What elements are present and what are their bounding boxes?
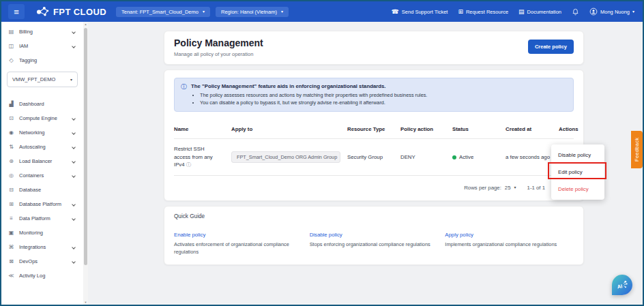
networking-icon: ◉ [8, 129, 14, 136]
chevron-down-icon [72, 159, 76, 164]
alert-bullets: The policy assesses resources and action… [200, 92, 427, 106]
chevron-down-icon: ▾ [514, 185, 516, 189]
top-navbar: ≡ FPT CLOUD Tenant: FPT_Smart_Cloud_Demo… [1, 1, 643, 22]
sidebar-item-activity-log[interactable]: ≪ Activity Log [1, 269, 83, 283]
tag-icon: ◇ [8, 57, 14, 63]
sidebar-item-monitoring[interactable]: ▣ Monitoring [1, 226, 83, 240]
sidebar-item-tagging[interactable]: ◇ Tagging [1, 53, 83, 67]
sidebar-item-autoscaling[interactable]: ⇅ Autoscaling [1, 140, 83, 154]
apply-policy-link[interactable]: Apply policy [445, 232, 473, 238]
send-support-ticket-link[interactable]: ☎ Send Support Ticket [392, 9, 448, 15]
containers-icon: ◎ [8, 172, 14, 179]
chevron-down-icon [72, 145, 76, 149]
activity-log-icon: ≪ [8, 273, 14, 279]
sidebar-item-containers[interactable]: ◎ Containers [1, 168, 83, 183]
disable-policy-link[interactable]: Disable policy [310, 232, 342, 238]
devops-icon: ⊠ [8, 258, 14, 264]
apply-to-cell: FPT_Smart_Cloud_Demo ORG Admin Group [231, 151, 347, 163]
page-subtitle: Manage all policy of your operation [174, 51, 263, 57]
support-headset-icon: ☎ [392, 9, 399, 15]
user-account-menu[interactable]: Mong Nuong ▾ [589, 7, 634, 16]
quick-guide-disable: Disable policy Stops enforcing organizat… [310, 227, 439, 256]
database-icon: ⊟ [8, 187, 14, 193]
sidebar-item-devops[interactable]: ⊠ DevOps [1, 254, 83, 269]
notifications-button[interactable] [572, 8, 579, 16]
table-pagination: Rows per page: 25 ▾ 1-1 of 1 ‹ › [174, 176, 574, 195]
hamburger-menu-button[interactable]: ≡ [8, 4, 25, 19]
chevron-down-icon [72, 202, 76, 206]
chevron-down-icon: ▾ [632, 10, 634, 14]
sidebar-item-networking[interactable]: ◉ Networking [1, 125, 83, 140]
fpt-cloud-logo[interactable]: FPT CLOUD [35, 6, 106, 18]
request-resource-link[interactable]: ⊞ Request Resource [458, 9, 508, 15]
chevron-down-icon [72, 30, 76, 34]
sidebar-item-database[interactable]: ⊟ Database [1, 183, 83, 197]
table-header-row: Name Apply to Resource Type Policy actio… [174, 120, 574, 139]
chevron-down-icon [72, 245, 76, 249]
enable-policy-link[interactable]: Enable policy [174, 232, 205, 238]
page-header-card: Policy Management Manage all policy of y… [164, 31, 584, 65]
monitoring-icon: ▣ [8, 230, 14, 236]
page-title: Policy Management [174, 37, 263, 48]
menu-item-edit-policy[interactable]: Edit policy [551, 164, 604, 181]
documentation-link[interactable]: ▤ Documentation [518, 9, 561, 15]
org-vdc-selector[interactable]: VMW_FPT_DEMO ▾ [7, 72, 78, 87]
sidebar-item-load-balancer[interactable]: ⊛ Load Balancer [1, 154, 83, 168]
policy-name-cell: Restrict SSH access from any IPv4 ⓘ [174, 145, 231, 169]
menu-item-delete-policy[interactable]: Delete policy [551, 181, 604, 198]
sidebar-item-iam[interactable]: ◫ IAM [1, 39, 83, 53]
menu-item-disable-policy[interactable]: Disable policy [551, 147, 604, 164]
chevron-down-icon: ▾ [203, 10, 205, 14]
compute-engine-icon: ⊡ [8, 115, 14, 121]
scroll-down-icon[interactable]: ▼ [83, 301, 88, 304]
load-balancer-icon: ⊛ [8, 158, 14, 164]
user-name: Mong Nuong [600, 9, 630, 15]
ai-molecule-icon: AI [615, 278, 629, 292]
iam-icon: ◫ [8, 43, 14, 49]
rows-per-page-control[interactable]: Rows per page: 25 ▾ [464, 185, 516, 191]
sidebar-scrollbar[interactable]: ▲ ▼ [83, 22, 88, 305]
info-icon[interactable]: ⓘ [186, 162, 192, 168]
info-icon: ⓘ [181, 83, 187, 106]
quick-guide-apply: Apply policy Implements organizational c… [445, 227, 574, 256]
status-badge: Active [459, 154, 473, 160]
sidebar-item-database-platform[interactable]: ⊞ Database Platform [1, 197, 83, 211]
region-selector[interactable]: Region: Hanoi (Vietnam) ▾ [216, 7, 289, 17]
alert-title: The "Policy Management" feature aids in … [191, 83, 427, 89]
svg-text:AI: AI [617, 283, 623, 290]
sidebar-item-data-platform[interactable]: ≡ Data Platform [1, 211, 83, 226]
sidebar-item-integrations[interactable]: ⌘ Integrations [1, 240, 83, 254]
table-row[interactable]: Restrict SSH access from any IPv4 ⓘ FPT_… [174, 139, 574, 176]
row-actions-menu: Disable policy Edit policy Delete policy [551, 144, 604, 200]
autoscaling-icon: ⇅ [8, 144, 14, 150]
sidebar-item-dashboard[interactable]: ▟ Dashboard [1, 97, 83, 111]
user-avatar-icon [589, 7, 598, 16]
chevron-down-icon [72, 260, 76, 264]
feedback-tab[interactable]: Feedback [631, 131, 643, 168]
document-icon: ▤ [518, 9, 525, 15]
fpt-molecule-icon [35, 6, 50, 18]
sidebar-item-billing[interactable]: ▤ Billing [1, 25, 83, 39]
policy-action-cell: DENY [400, 154, 452, 160]
chevron-down-icon [72, 174, 76, 178]
chevron-down-icon: ▾ [70, 78, 72, 82]
quick-guide-title: Quick Guide [174, 213, 574, 219]
topbar-actions: ☎ Send Support Ticket ⊞ Request Resource… [392, 7, 634, 16]
bell-icon [572, 8, 579, 16]
policy-table: Name Apply to Resource Type Policy actio… [174, 120, 574, 176]
info-alert: ⓘ The "Policy Management" feature aids i… [174, 78, 574, 112]
tenant-selector[interactable]: Tenant: FPT_Smart_Cloud_Demo ▾ [116, 7, 210, 17]
brand-name: FPT CLOUD [53, 7, 106, 17]
scrollbar-thumb[interactable] [84, 28, 87, 265]
app-window: ≡ FPT CLOUD Tenant: FPT_Smart_Cloud_Demo… [0, 0, 644, 306]
request-resource-icon: ⊞ [458, 9, 463, 15]
status-cell: Active [452, 154, 506, 160]
scroll-up-icon[interactable]: ▲ [83, 22, 88, 26]
billing-icon: ▤ [8, 29, 14, 35]
quick-guide-enable: Enable policy Activates enforcement of o… [174, 227, 303, 256]
chevron-down-icon [72, 117, 76, 121]
ai-assistant-button[interactable]: AI [612, 275, 632, 295]
sidebar-item-compute-engine[interactable]: ⊡ Compute Engine [1, 111, 83, 125]
chevron-down-icon [72, 217, 76, 221]
create-policy-button[interactable]: Create policy [528, 40, 574, 54]
